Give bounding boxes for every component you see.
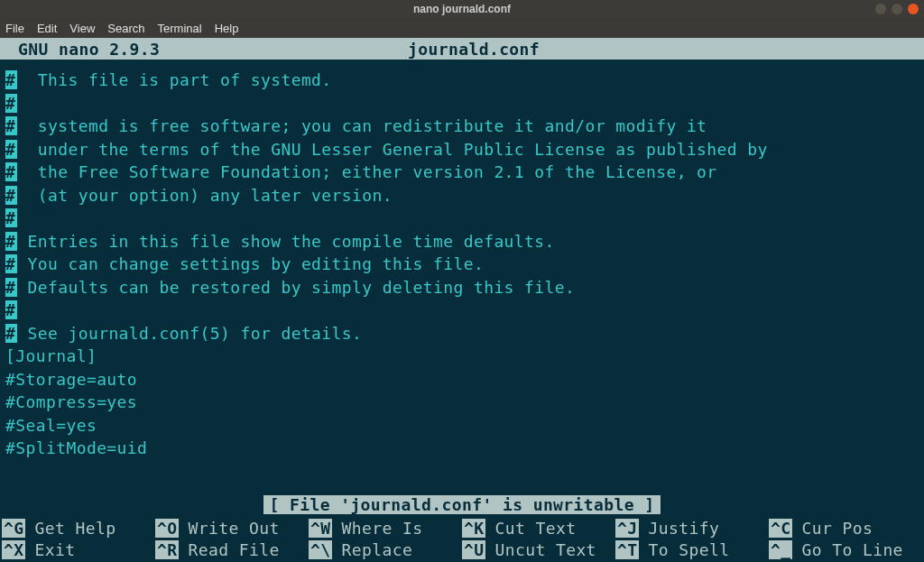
- comment-hash-icon: #: [5, 162, 17, 181]
- shortcut-key: ^W: [309, 519, 332, 538]
- nano-header: GNU nano 2.9.3 journald.conf: [0, 38, 924, 60]
- nano-version: GNU nano 2.9.3: [5, 40, 160, 59]
- comment-hash-icon: #: [5, 116, 17, 135]
- maximize-icon[interactable]: [892, 4, 902, 14]
- minimize-icon[interactable]: [875, 4, 886, 14]
- shortcut-cur-pos[interactable]: ^CCur Pos: [769, 517, 922, 539]
- comment-hash-icon: #: [5, 278, 17, 297]
- shortcut-key: ^U: [462, 540, 485, 559]
- shortcut-key: ^G: [2, 519, 25, 538]
- shortcut-label: Get Help: [34, 519, 116, 538]
- editor-line-text: #Seal=yes: [5, 416, 97, 435]
- shortcut-label: Justify: [648, 519, 719, 538]
- comment-hash-icon: #: [5, 300, 17, 319]
- editor-line: #Storage=auto: [5, 368, 919, 392]
- editor-line-text: #Storage=auto: [5, 370, 137, 389]
- shortcut-label: Replace: [341, 540, 412, 559]
- shortcut-key: ^J: [615, 519, 639, 538]
- comment-hash-icon: #: [5, 186, 17, 205]
- comment-hash-icon: #: [5, 232, 17, 251]
- shortcut-where-is[interactable]: ^WWhere Is: [309, 517, 462, 539]
- editor-line-text: the Free Software Foundation; either ver…: [17, 162, 716, 181]
- shortcut-label: Where Is: [341, 519, 422, 538]
- shortcut-key: ^C: [769, 519, 792, 538]
- shortcut-exit[interactable]: ^XExit: [2, 539, 155, 560]
- editor-line: #: [5, 299, 919, 322]
- editor-line: #Compress=yes: [5, 391, 919, 414]
- shortcut-key: ^T: [615, 540, 639, 559]
- window-title: nano journald.conf: [413, 3, 511, 15]
- editor-line-text: #Compress=yes: [5, 392, 137, 411]
- shortcut-label: Read File: [188, 540, 279, 559]
- editor-line: # This file is part of systemd.: [5, 69, 919, 92]
- shortcut-key: ^X: [2, 540, 25, 559]
- shortcut-label: Go To Line: [801, 540, 902, 559]
- editor-line-text: (at your option) any later version.: [17, 186, 393, 205]
- menu-help[interactable]: Help: [215, 22, 239, 35]
- editor-line-text: under the terms of the GNU Lesser Genera…: [17, 140, 768, 159]
- editor-line: # (at your option) any later version.: [5, 184, 919, 207]
- shortcut-label: Uncut Text: [494, 540, 596, 559]
- shortcut-key: ^\: [309, 540, 332, 559]
- editor-line: # under the terms of the GNU Lesser Gene…: [5, 138, 919, 161]
- editor-line: # You can change settings by editing thi…: [5, 253, 919, 276]
- nano-shortcut-bar: ^GGet Help^OWrite Out^WWhere Is^KCut Tex…: [0, 517, 924, 562]
- comment-hash-icon: #: [5, 208, 17, 227]
- editor-line: # Entries in this file show the compile …: [5, 230, 919, 253]
- menu-file[interactable]: File: [5, 22, 24, 35]
- nano-filename: journald.conf: [408, 40, 540, 59]
- shortcut-uncut-text[interactable]: ^UUncut Text: [462, 539, 615, 560]
- comment-hash-icon: #: [5, 70, 17, 89]
- shortcut-get-help[interactable]: ^GGet Help: [2, 517, 155, 539]
- editor-line: [Journal]: [5, 345, 919, 368]
- editor-line-text: See journald.conf(5) for details.: [17, 324, 362, 343]
- editor-line: # systemd is free software; you can redi…: [5, 115, 919, 138]
- editor-line-text: Entries in this file show the compile ti…: [17, 232, 555, 251]
- shortcut-read-file[interactable]: ^RRead File: [155, 539, 309, 560]
- editor-line-text: #SplitMode=uid: [5, 438, 147, 457]
- shortcut-key: ^O: [155, 519, 179, 538]
- comment-hash-icon: #: [5, 254, 17, 273]
- shortcut-replace[interactable]: ^\Replace: [309, 539, 462, 560]
- nano-body[interactable]: # This file is part of systemd.## system…: [0, 60, 924, 495]
- shortcut-key: ^_: [769, 540, 792, 559]
- shortcut-key: ^K: [462, 519, 485, 538]
- editor-line: # the Free Software Foundation; either v…: [5, 161, 919, 184]
- window-titlebar: nano journald.conf: [0, 0, 924, 18]
- editor-line: # Defaults can be restored by simply del…: [5, 276, 919, 299]
- menu-search[interactable]: Search: [107, 22, 144, 35]
- shortcut-justify[interactable]: ^JJustify: [615, 517, 769, 539]
- comment-hash-icon: #: [5, 140, 17, 159]
- close-icon[interactable]: [908, 4, 919, 14]
- editor-line-text: You can change settings by editing this …: [17, 254, 484, 273]
- editor-line: # See journald.conf(5) for details.: [5, 322, 919, 345]
- editor-line: #: [5, 207, 919, 230]
- shortcut-label: Write Out: [188, 519, 279, 538]
- shortcut-label: Cur Pos: [801, 519, 873, 538]
- editor-line: #: [5, 92, 919, 115]
- shortcut-write-out[interactable]: ^OWrite Out: [155, 517, 309, 539]
- comment-hash-icon: #: [5, 94, 17, 113]
- shortcut-label: Exit: [34, 540, 75, 559]
- shortcut-label: Cut Text: [494, 519, 576, 538]
- nano-status-text: [ File 'journald.conf' is unwritable ]: [263, 495, 660, 514]
- editor-line-text: This file is part of systemd.: [17, 70, 331, 89]
- comment-hash-icon: #: [5, 324, 17, 343]
- nano-editor[interactable]: GNU nano 2.9.3 journald.conf # This file…: [0, 38, 924, 562]
- window-controls: [875, 4, 919, 14]
- shortcut-key: ^R: [155, 540, 179, 559]
- shortcut-go-to-line[interactable]: ^_Go To Line: [769, 539, 922, 560]
- menu-bar: File Edit View Search Terminal Help: [0, 18, 924, 38]
- editor-line-text: systemd is free software; you can redist…: [17, 116, 707, 135]
- editor-line-text: Defaults can be restored by simply delet…: [17, 278, 575, 297]
- menu-view[interactable]: View: [69, 22, 95, 35]
- menu-terminal[interactable]: Terminal: [158, 22, 202, 35]
- shortcut-label: To Spell: [648, 540, 729, 559]
- editor-line-text: [Journal]: [5, 346, 97, 365]
- shortcut-cut-text[interactable]: ^KCut Text: [462, 517, 615, 539]
- nano-status-line: [ File 'journald.conf' is unwritable ]: [0, 495, 924, 517]
- editor-line: #Seal=yes: [5, 414, 919, 438]
- menu-edit[interactable]: Edit: [37, 22, 57, 35]
- shortcut-to-spell[interactable]: ^TTo Spell: [615, 539, 769, 560]
- editor-line: #SplitMode=uid: [5, 437, 919, 460]
